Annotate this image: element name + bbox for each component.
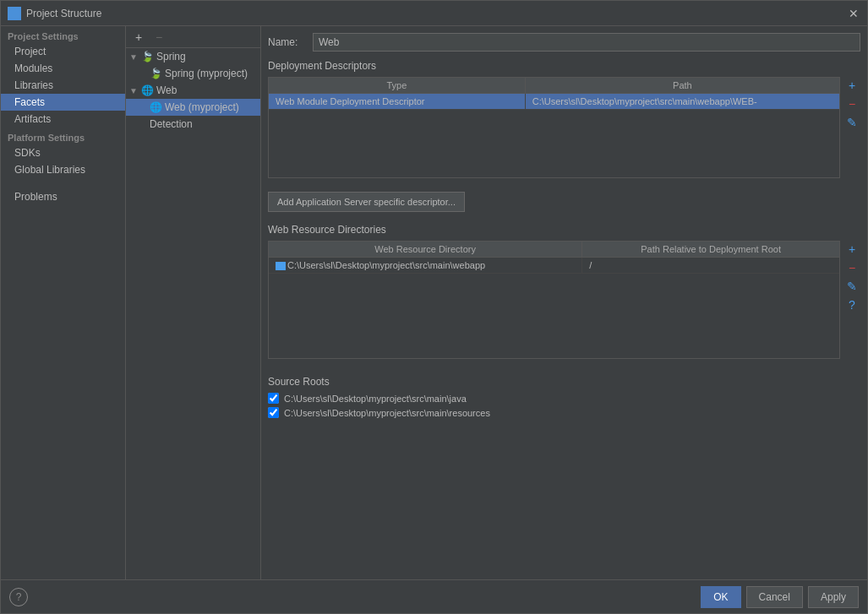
dd-btn-column: + − ✎ [843, 77, 860, 183]
spring-group-arrow: ▼ [129, 52, 138, 62]
wr-table-header: Web Resource Directory Path Relative to … [269, 242, 839, 258]
ok-button[interactable]: OK [701, 586, 740, 608]
svg-rect-1 [9, 8, 14, 11]
sidebar-item-libraries[interactable]: Libraries [1, 77, 125, 94]
project-settings-header: Project Settings [1, 26, 125, 43]
name-field-row: Name: [268, 33, 860, 52]
sidebar-item-sdks[interactable]: SDKs [1, 144, 125, 161]
wr-table: Web Resource Directory Path Relative to … [268, 241, 840, 359]
dialog: Project Structure ✕ Project Settings Pro… [0, 0, 868, 614]
dd-remove-button[interactable]: − [843, 95, 860, 112]
dd-edit-button[interactable]: ✎ [843, 114, 860, 131]
spring-group-icon: 🍃 [141, 51, 153, 62]
folder-icon [276, 262, 286, 270]
svg-rect-0 [9, 10, 19, 18]
dd-row-path: C:\Users\sl\Desktop\myproject\src\main\w… [526, 94, 839, 109]
dd-col-type: Type [269, 78, 526, 93]
bottom-bar-left: ? [9, 588, 696, 606]
spring-myproject-item[interactable]: 🍃 Spring (myproject) [126, 65, 260, 82]
web-group-label: Web [156, 84, 177, 96]
bottom-bar: ? OK Cancel Apply [1, 579, 867, 613]
source-root-resources-label: C:\Users\sl\Desktop\myproject\src\main\r… [284, 408, 490, 418]
source-root-java-checkbox[interactable] [268, 393, 279, 404]
dd-table-area: Type Path Web Module Deployment Descript… [268, 77, 840, 183]
dd-col-path: Path [526, 78, 839, 93]
sidebar-item-modules[interactable]: Modules [1, 60, 125, 77]
deployment-descriptors-section: Type Path Web Module Deployment Descript… [268, 77, 860, 183]
wr-table-row[interactable]: C:\Users\sl\Desktop\myproject\src\main\w… [269, 258, 839, 274]
wr-add-button[interactable]: + [843, 241, 860, 258]
add-facet-button[interactable]: + [129, 28, 148, 46]
sidebar-item-project[interactable]: Project [1, 43, 125, 60]
wr-btn-column: + − ✎ ? [843, 241, 860, 364]
wr-table-area: Web Resource Directory Path Relative to … [268, 241, 840, 364]
dd-row-type: Web Module Deployment Descriptor [269, 94, 526, 109]
middle-panel: + − ▼ 🍃 Spring 🍃 Spring (myproject) ▼ 🌐 … [126, 26, 261, 579]
dd-table-empty [269, 110, 839, 177]
source-root-resources: C:\Users\sl\Desktop\myproject\src\main\r… [268, 407, 860, 418]
dd-table-row[interactable]: Web Module Deployment Descriptor C:\User… [269, 94, 839, 110]
source-root-java-label: C:\Users\sl\Desktop\myproject\src\main\j… [284, 394, 467, 404]
dd-table-header: Type Path [269, 78, 839, 94]
cancel-button[interactable]: Cancel [746, 586, 803, 608]
spring-group-item[interactable]: ▼ 🍃 Spring [126, 48, 260, 65]
dd-add-button[interactable]: + [843, 77, 860, 94]
source-roots-title: Source Roots [268, 376, 860, 388]
wr-table-empty [269, 274, 839, 358]
sidebar-item-facets[interactable]: Facets [1, 94, 125, 111]
apply-button[interactable]: Apply [808, 586, 859, 608]
web-group-icon: 🌐 [141, 84, 153, 96]
wr-col-path: Path Relative to Deployment Root [582, 242, 839, 257]
sidebar-item-global-libraries[interactable]: Global Libraries [1, 161, 125, 178]
web-group-arrow: ▼ [129, 86, 138, 95]
source-root-java: C:\Users\sl\Desktop\myproject\src\main\j… [268, 393, 860, 404]
deployment-descriptors-title: Deployment Descriptors [268, 60, 860, 72]
left-panel: Project Settings Project Modules Librari… [1, 26, 126, 579]
wr-help-button[interactable]: ? [843, 296, 860, 313]
platform-settings-header: Platform Settings [1, 128, 125, 144]
spring-group-label: Spring [156, 51, 186, 62]
help-button[interactable]: ? [9, 588, 28, 606]
spring-myproject-label: Spring (myproject) [165, 68, 248, 79]
web-myproject-icon: 🌐 [150, 101, 161, 113]
web-myproject-item[interactable]: 🌐 Web (myproject) [126, 99, 260, 116]
dialog-title: Project Structure [26, 8, 101, 19]
title-bar: Project Structure ✕ [1, 1, 867, 26]
wr-row-path: / [582, 258, 839, 273]
dialog-icon [8, 7, 21, 20]
wr-edit-button[interactable]: ✎ [843, 278, 860, 295]
web-myproject-label: Web (myproject) [165, 101, 239, 113]
name-input[interactable] [313, 33, 860, 52]
web-group-item[interactable]: ▼ 🌐 Web [126, 82, 260, 99]
middle-toolbar: + − [126, 26, 260, 48]
close-button[interactable]: ✕ [847, 7, 860, 20]
web-resource-title: Web Resource Directories [268, 224, 860, 236]
sidebar-item-problems[interactable]: Problems [1, 188, 125, 205]
sidebar-item-artifacts[interactable]: Artifacts [1, 111, 125, 128]
wr-row-directory: C:\Users\sl\Desktop\myproject\src\main\w… [269, 258, 582, 273]
add-server-button[interactable]: Add Application Server specific descript… [268, 192, 465, 212]
name-label: Name: [268, 36, 306, 48]
web-resource-section: Web Resource Directory Path Relative to … [268, 241, 860, 364]
title-bar-left: Project Structure [8, 7, 101, 20]
right-panel: Name: Deployment Descriptors Type Path W… [261, 26, 867, 579]
remove-facet-button[interactable]: − [150, 28, 168, 46]
spring-myproject-icon: 🍃 [150, 68, 161, 79]
wr-remove-button[interactable]: − [843, 259, 860, 276]
detection-item[interactable]: Detection [126, 116, 260, 133]
dd-table: Type Path Web Module Deployment Descript… [268, 77, 840, 178]
source-root-resources-checkbox[interactable] [268, 407, 279, 418]
wr-col-directory: Web Resource Directory [269, 242, 582, 257]
main-content: Project Settings Project Modules Librari… [1, 26, 867, 579]
